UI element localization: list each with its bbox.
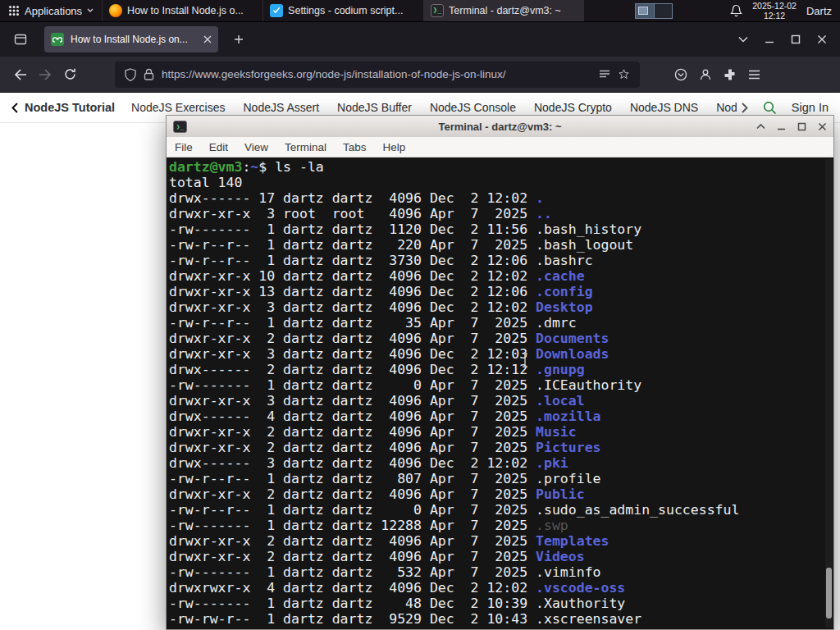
codium-icon bbox=[270, 4, 283, 17]
workspace-switcher[interactable] bbox=[635, 3, 673, 19]
forward-arrow-icon bbox=[39, 69, 52, 80]
back-button[interactable] bbox=[8, 62, 33, 87]
bookmark-star-icon[interactable] bbox=[618, 68, 630, 80]
chevron-right-icon[interactable] bbox=[742, 103, 748, 113]
terminal-title: Terminal - dartz@vm3: ~ bbox=[167, 121, 833, 133]
terminal-scrollbar[interactable] bbox=[825, 159, 833, 628]
menu-tabs[interactable]: Tabs bbox=[343, 141, 367, 153]
reload-button[interactable] bbox=[57, 62, 82, 87]
applications-label: Applications bbox=[25, 5, 82, 17]
new-tab-button[interactable] bbox=[226, 27, 251, 52]
terminal-line: drwxr-xr-x 2 dartz dartz 4096 Apr 7 2025… bbox=[169, 533, 833, 549]
subnav-item[interactable]: NodeJS DNS bbox=[630, 101, 698, 114]
clock[interactable]: 2025-12-02 12:12 bbox=[752, 1, 797, 21]
search-icon[interactable] bbox=[763, 101, 777, 115]
subnav-item[interactable]: NodeJS Assert bbox=[244, 101, 320, 114]
toolbar-extra-icons bbox=[674, 68, 764, 81]
taskbar-item-browser[interactable]: How to Install Node.js o... bbox=[102, 0, 262, 21]
pocket-icon[interactable] bbox=[674, 68, 687, 81]
terminal-icon: ❯_ bbox=[173, 121, 187, 133]
account-icon[interactable] bbox=[699, 68, 712, 81]
terminal-line: dartz@vm3:~$ ls -la bbox=[169, 159, 833, 175]
user-menu[interactable]: Dartz bbox=[806, 5, 832, 17]
desktop: Applications How to Install Node.js o...… bbox=[0, 0, 840, 630]
terminal-output[interactable]: dartz@vm3:~$ ls -latotal 140drwx------ 1… bbox=[167, 158, 833, 629]
taskbar-item-terminal[interactable]: ❯_ Terminal - dartz@vm3: ~ bbox=[423, 0, 584, 21]
taskbar-item-codium[interactable]: Settings - codium script... bbox=[262, 0, 423, 21]
tab-title: How to Install Node.js on... bbox=[71, 34, 197, 45]
menu-view[interactable]: View bbox=[244, 141, 268, 153]
terminal-titlebar[interactable]: ❯_ Terminal - dartz@vm3: ~ bbox=[167, 116, 833, 137]
notification-bell-icon[interactable] bbox=[730, 4, 742, 17]
maximize-window-button[interactable] bbox=[797, 122, 806, 131]
terminal-window-controls bbox=[756, 122, 827, 131]
terminal-line: drwxr-xr-x 2 dartz dartz 4096 Apr 7 2025… bbox=[169, 549, 833, 564]
clock-date: 2025-12-02 bbox=[752, 1, 797, 11]
top-panel: Applications How to Install Node.js o...… bbox=[0, 0, 840, 22]
browser-toolbar: https://www.geeksforgeeks.org/node-js/in… bbox=[0, 57, 840, 93]
terminal-line: -rw------- 1 dartz dartz 12288 Apr 7 202… bbox=[169, 518, 833, 533]
terminal-line: total 140 bbox=[169, 175, 833, 190]
terminal-line: drwxr-xr-x 2 dartz dartz 4096 Apr 7 2025… bbox=[169, 440, 833, 455]
subnav-item[interactable]: NodeJS Buffer bbox=[337, 101, 412, 114]
subnav-item[interactable]: NodeJS Console bbox=[430, 101, 516, 114]
tab-close-icon[interactable] bbox=[203, 35, 212, 43]
hamburger-menu-icon[interactable] bbox=[748, 70, 760, 80]
menu-edit[interactable]: Edit bbox=[209, 141, 228, 153]
browser-tab[interactable]: How to Install Node.js on... bbox=[44, 26, 218, 52]
chevron-down-icon bbox=[87, 8, 94, 13]
workspace-1[interactable] bbox=[636, 4, 655, 18]
terminal-line: -rw------- 1 dartz dartz 48 Dec 2 10:39 … bbox=[169, 596, 833, 611]
subnav-back-item[interactable]: NodeJS Tutorial bbox=[11, 101, 115, 114]
window-maximize-icon[interactable] bbox=[791, 34, 801, 44]
shade-window-button[interactable] bbox=[756, 122, 765, 131]
minimize-window-button[interactable] bbox=[777, 122, 786, 131]
list-all-tabs-icon[interactable] bbox=[738, 36, 748, 43]
terminal-line: -rw-r--r-- 1 dartz dartz 3730 Dec 2 12:0… bbox=[169, 253, 833, 268]
terminal-line: -rw------- 1 dartz dartz 0 Apr 7 2025 .I… bbox=[169, 377, 833, 393]
terminal-line: drwxr-xr-x 10 dartz dartz 4096 Dec 2 12:… bbox=[169, 268, 833, 284]
taskbar-label: Terminal - dartz@vm3: ~ bbox=[449, 5, 561, 16]
tracking-shield-icon[interactable] bbox=[125, 68, 136, 81]
url-text[interactable]: https://www.geeksforgeeks.org/node-js/in… bbox=[162, 68, 591, 80]
window-minimize-icon[interactable] bbox=[765, 34, 774, 44]
lock-icon[interactable] bbox=[144, 68, 154, 80]
sign-in-button[interactable]: Sign In bbox=[792, 101, 829, 114]
terminal-line: -rw-r--r-- 1 dartz dartz 35 Apr 7 2025 .… bbox=[169, 315, 833, 331]
subnav-item[interactable]: NodeJS bbox=[716, 101, 737, 114]
terminal-line: -rw-r--r-- 1 dartz dartz 220 Apr 7 2025 … bbox=[169, 237, 833, 253]
terminal-line: -rw-rw-r-- 1 dartz dartz 9529 Dec 2 10:4… bbox=[169, 611, 833, 627]
firefox-view-button[interactable] bbox=[8, 27, 33, 52]
menu-file[interactable]: File bbox=[175, 141, 193, 153]
extensions-puzzle-icon[interactable] bbox=[724, 68, 737, 81]
terminal-line: drwxr-xr-x 3 dartz dartz 4096 Apr 7 2025… bbox=[169, 393, 833, 409]
menu-help[interactable]: Help bbox=[383, 141, 406, 153]
terminal-scrollbar-thumb[interactable] bbox=[826, 568, 832, 619]
menu-terminal[interactable]: Terminal bbox=[285, 141, 326, 153]
firefox-icon bbox=[109, 4, 122, 17]
mouse-cursor bbox=[520, 352, 530, 368]
subnav-item[interactable]: NodeJS Crypto bbox=[534, 101, 612, 114]
chevron-left-icon bbox=[11, 103, 18, 113]
forward-button[interactable] bbox=[33, 62, 57, 87]
terminal-line: drwxr-xr-x 2 dartz dartz 4096 Apr 7 2025… bbox=[169, 331, 833, 346]
close-window-button[interactable] bbox=[818, 122, 827, 131]
subnav-item[interactable]: NodeJS Exercises bbox=[131, 101, 225, 114]
terminal-line: -rw------- 1 dartz dartz 532 Apr 7 2025 … bbox=[169, 564, 833, 580]
terminal-line: -rw-r--r-- 1 dartz dartz 0 Apr 7 2025 .s… bbox=[169, 502, 833, 518]
terminal-line: drwxr-xr-x 3 root root 4096 Apr 7 2025 .… bbox=[169, 206, 833, 221]
terminal-line: -rw-r--r-- 1 dartz dartz 807 Apr 7 2025 … bbox=[169, 471, 833, 486]
firefox-view-icon bbox=[14, 33, 27, 46]
url-bar[interactable]: https://www.geeksforgeeks.org/node-js/in… bbox=[115, 62, 640, 88]
terminal-line: drwxr-xr-x 13 dartz dartz 4096 Dec 2 12:… bbox=[169, 284, 833, 299]
browser-tab-bar: How to Install Node.js on... bbox=[0, 22, 840, 57]
subnav-items: NodeJS Exercises NodeJS Assert NodeJS Bu… bbox=[131, 101, 737, 114]
terminal-line: drwx------ 4 dartz dartz 4096 Apr 7 2025… bbox=[169, 409, 833, 424]
workspace-2[interactable] bbox=[655, 4, 673, 18]
reader-view-icon[interactable] bbox=[599, 70, 610, 80]
applications-menu[interactable]: Applications bbox=[0, 0, 102, 21]
taskbar-label: How to Install Node.js o... bbox=[127, 5, 244, 16]
terminal-line: drwx------ 2 dartz dartz 4096 Dec 2 12:1… bbox=[169, 362, 833, 377]
applications-grid-icon bbox=[8, 5, 20, 16]
window-close-icon[interactable] bbox=[817, 34, 827, 44]
